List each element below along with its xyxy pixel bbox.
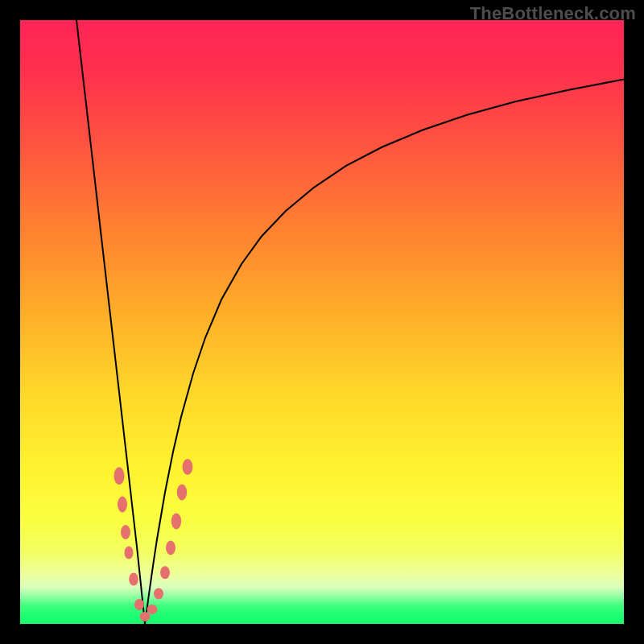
- plot-area: [20, 20, 624, 624]
- bead-point: [147, 605, 158, 614]
- bead-point: [140, 612, 151, 621]
- bead-point: [183, 459, 193, 475]
- curve-right-branch: [145, 80, 624, 625]
- bead-point: [160, 566, 170, 579]
- chart-frame: TheBottleneck.com: [0, 0, 644, 644]
- bead-point: [121, 525, 130, 539]
- curve-layer: [20, 20, 624, 624]
- bead-point: [154, 588, 163, 600]
- bead-point: [177, 485, 187, 501]
- bead-point: [129, 573, 138, 586]
- curve-left-branch: [76, 20, 145, 624]
- bead-point: [166, 541, 175, 555]
- bead-point: [125, 547, 134, 559]
- bead-point: [118, 497, 127, 513]
- watermark-text: TheBottleneck.com: [470, 3, 636, 24]
- bead-cluster: [114, 459, 193, 621]
- bead-point: [171, 514, 181, 530]
- bead-point: [114, 467, 125, 485]
- bead-point: [134, 599, 144, 610]
